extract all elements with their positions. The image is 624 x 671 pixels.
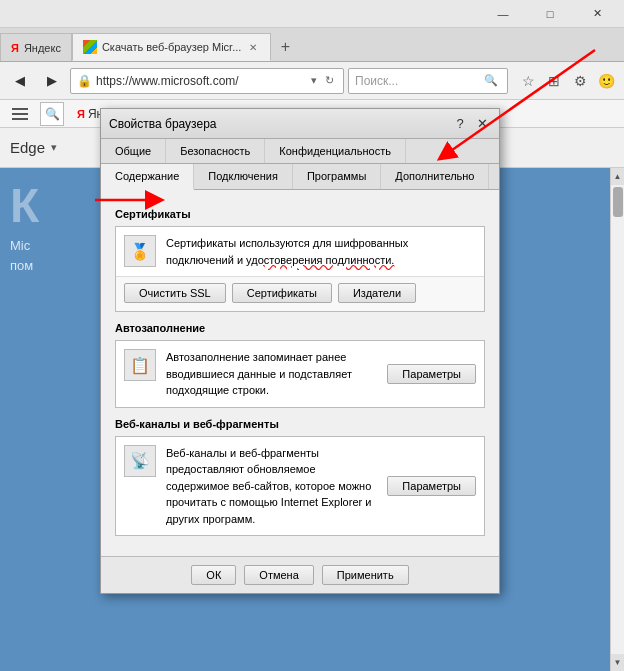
- title-bar: — □ ✕: [0, 0, 624, 28]
- certificates-section-header: Сертификаты: [115, 208, 485, 220]
- address-refresh-button[interactable]: ↻: [322, 73, 337, 88]
- dialog-tab-security[interactable]: Безопасность: [166, 139, 265, 163]
- hamburger-menu-button[interactable]: [8, 102, 32, 126]
- favorites-button[interactable]: ☆: [516, 68, 540, 94]
- forward-button[interactable]: ▶: [38, 68, 66, 94]
- content-sub-text-2: пом: [10, 258, 33, 273]
- dialog-title-bar: Свойства браузера ? ✕: [101, 109, 499, 139]
- bookmarks-search-icon[interactable]: 🔍: [40, 102, 64, 126]
- tab-yandex[interactable]: Я Яндекс: [0, 33, 72, 61]
- close-button[interactable]: ✕: [574, 3, 620, 25]
- webfeeds-section-header: Веб-каналы и веб-фрагменты: [115, 418, 485, 430]
- maximize-button[interactable]: □: [527, 3, 573, 25]
- edge-chevron-icon: ▾: [51, 141, 57, 154]
- content-big-letter: К: [10, 178, 39, 233]
- dialog-content: Сертификаты 🏅 Сертификаты используются д…: [101, 190, 499, 556]
- address-icons: ▾ ↻: [308, 73, 337, 88]
- search-button[interactable]: 🔍: [481, 73, 501, 88]
- webfeeds-text: Веб-каналы и веб-фрагменты предоставляют…: [166, 445, 377, 528]
- browser-window: — □ ✕ Я Яндекс Скачать веб-браузер Micr.…: [0, 0, 624, 671]
- tab-yandex-label: Яндекс: [24, 42, 61, 54]
- autofill-icon: 📋: [124, 349, 156, 381]
- content-sub-text-1: Mic: [10, 238, 30, 253]
- autofill-section-header: Автозаполнение: [115, 322, 485, 334]
- smiley-button[interactable]: 🙂: [594, 68, 618, 94]
- certificates-icon: 🏅: [124, 235, 156, 267]
- tab-microsoft[interactable]: Скачать веб-браузер Micr... ✕: [72, 33, 271, 61]
- ok-button[interactable]: ОК: [191, 565, 236, 585]
- certificates-section: 🏅 Сертификаты используются для шифрованн…: [115, 226, 485, 312]
- dialog-tab-content[interactable]: Содержание: [101, 164, 194, 190]
- dialog-tabs-row2: Содержание Подключения Программы Дополни…: [101, 164, 499, 190]
- publishers-button[interactable]: Издатели: [338, 283, 416, 303]
- dialog-tab-privacy[interactable]: Конфиденциальность: [265, 139, 406, 163]
- autofill-inner: 📋 Автозаполнение запоминает ранее вводив…: [116, 341, 484, 407]
- tab-close-button[interactable]: ✕: [246, 40, 260, 54]
- reading-list-button[interactable]: ⊞: [542, 68, 566, 94]
- certificates-inner: 🏅 Сертификаты используются для шифрованн…: [116, 227, 484, 276]
- address-dropdown-button[interactable]: ▾: [308, 73, 320, 88]
- hamburger-line-3: [12, 118, 28, 120]
- minimize-button[interactable]: —: [480, 3, 526, 25]
- tab-microsoft-label: Скачать веб-браузер Micr...: [102, 41, 241, 53]
- apply-button[interactable]: Применить: [322, 565, 409, 585]
- nav-bar: ◀ ▶ 🔒 https://www.microsoft.com/ ▾ ↻ Пои…: [0, 62, 624, 100]
- hamburger-line-2: [12, 113, 28, 115]
- back-button[interactable]: ◀: [6, 68, 34, 94]
- search-placeholder: Поиск...: [355, 74, 477, 88]
- dialog-tab-general[interactable]: Общие: [101, 139, 166, 163]
- certificates-button[interactable]: Сертификаты: [232, 283, 332, 303]
- webfeeds-params-button[interactable]: Параметры: [387, 476, 476, 496]
- dialog-tab-advanced[interactable]: Дополнительно: [381, 164, 489, 189]
- new-tab-button[interactable]: +: [271, 33, 299, 61]
- webfeeds-icon: 📡: [124, 445, 156, 477]
- certificates-text-span: Сертификаты используются для шифрованных…: [166, 237, 408, 266]
- autofill-text: Автозаполнение запоминает ранее вводивши…: [166, 349, 377, 399]
- tab-bar: Я Яндекс Скачать веб-браузер Micr... ✕ +: [0, 28, 624, 62]
- dialog-tab-connections[interactable]: Подключения: [194, 164, 293, 189]
- settings-button[interactable]: ⚙: [568, 68, 592, 94]
- scroll-up-button[interactable]: ▲: [611, 168, 625, 185]
- dialog-tabs-row1: Общие Безопасность Конфиденциальность: [101, 139, 499, 164]
- title-bar-controls: — □ ✕: [480, 3, 620, 25]
- webfeeds-section: 📡 Веб-каналы и веб-фрагменты предоставля…: [115, 436, 485, 537]
- autofill-params-button[interactable]: Параметры: [387, 364, 476, 384]
- hamburger-line-1: [12, 108, 28, 110]
- address-bar[interactable]: 🔒 https://www.microsoft.com/ ▾ ↻: [70, 68, 344, 94]
- dialog-close-button[interactable]: ✕: [473, 115, 491, 133]
- dialog-footer: ОК Отмена Применить: [101, 556, 499, 593]
- dialog-help-button[interactable]: ?: [451, 115, 469, 133]
- scrollbar-right[interactable]: ▲ ▼: [610, 168, 624, 671]
- yandex-icon: Я: [11, 42, 19, 54]
- lock-icon: 🔒: [77, 74, 92, 88]
- webfeeds-inner: 📡 Веб-каналы и веб-фрагменты предоставля…: [116, 437, 484, 536]
- scroll-down-button[interactable]: ▼: [611, 654, 625, 671]
- cert-underline: удостоверения подлинности.: [246, 254, 394, 266]
- dialog-title-icons: ? ✕: [451, 115, 491, 133]
- dialog-title: Свойства браузера: [109, 117, 217, 131]
- cancel-button[interactable]: Отмена: [244, 565, 313, 585]
- certificates-buttons: Очистить SSL Сертификаты Издатели: [116, 276, 484, 311]
- microsoft-icon: [83, 40, 97, 54]
- edge-label: Edge: [10, 139, 45, 156]
- autofill-section: 📋 Автозаполнение запоминает ранее вводив…: [115, 340, 485, 408]
- dialog-tab-programs[interactable]: Программы: [293, 164, 381, 189]
- scroll-thumb[interactable]: [613, 187, 623, 217]
- bookmark-yandex-icon: Я: [77, 108, 85, 120]
- clear-ssl-button[interactable]: Очистить SSL: [124, 283, 226, 303]
- url-text: https://www.microsoft.com/: [96, 74, 304, 88]
- search-bar[interactable]: Поиск... 🔍: [348, 68, 508, 94]
- toolbar-icons: ☆ ⊞ ⚙ 🙂: [516, 68, 618, 94]
- browser-properties-dialog[interactable]: Свойства браузера ? ✕ Общие Безопасность…: [100, 108, 500, 594]
- certificates-text: Сертификаты используются для шифрованных…: [166, 235, 476, 268]
